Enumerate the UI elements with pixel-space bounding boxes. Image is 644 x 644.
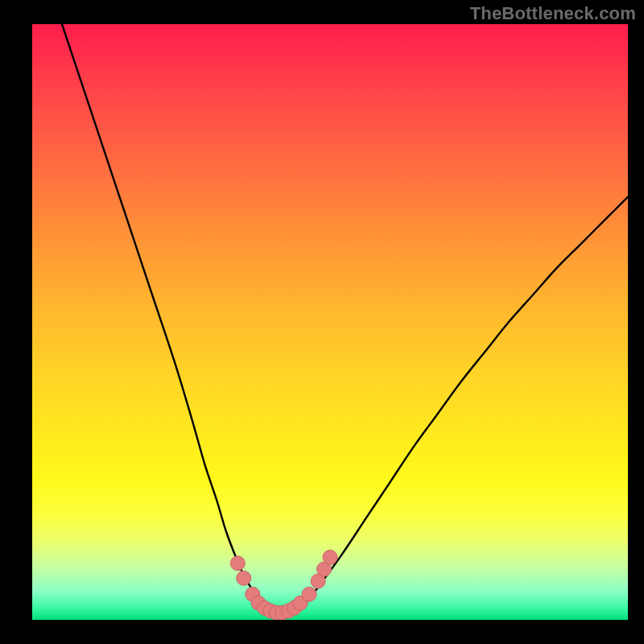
- watermark-text: TheBottleneck.com: [470, 3, 636, 24]
- marker-dot: [230, 556, 245, 571]
- curve-markers: [230, 550, 337, 620]
- plot-area: [32, 24, 628, 620]
- marker-dot: [302, 587, 316, 601]
- bottleneck-curve-path: [62, 24, 628, 614]
- chart-frame: TheBottleneck.com: [0, 0, 644, 644]
- chart-svg: [32, 24, 628, 620]
- marker-dot: [323, 550, 337, 564]
- curve-series: [62, 24, 628, 614]
- marker-dot: [237, 571, 251, 585]
